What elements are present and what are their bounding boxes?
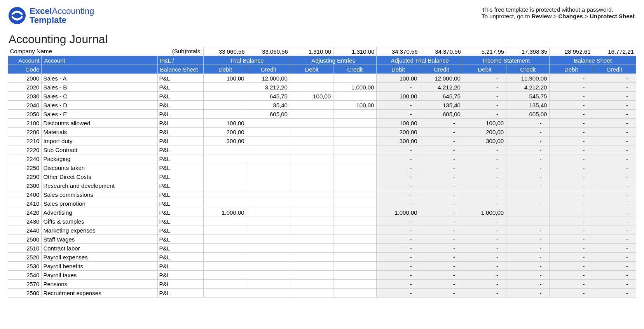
cell[interactable]: - (550, 154, 593, 163)
cell[interactable]: - (420, 253, 463, 262)
cell[interactable]: Sales - D (42, 101, 157, 110)
cell[interactable]: 3.212,20 (247, 83, 290, 92)
cell[interactable]: - (506, 136, 550, 145)
cell[interactable]: - (593, 154, 636, 163)
cell[interactable]: - (463, 101, 506, 110)
cell[interactable]: - (550, 136, 593, 145)
cell[interactable]: - (506, 226, 550, 235)
cell[interactable] (290, 145, 333, 154)
cell[interactable]: - (463, 145, 506, 154)
cell[interactable] (333, 199, 377, 208)
cell[interactable]: 2540 (8, 271, 42, 280)
cell[interactable] (290, 128, 333, 136)
cell[interactable]: - (506, 145, 550, 154)
cell[interactable] (333, 163, 377, 172)
cell[interactable]: - (377, 145, 420, 154)
cell[interactable]: - (593, 226, 636, 235)
cell[interactable]: - (506, 190, 550, 199)
cell[interactable] (290, 244, 333, 253)
cell[interactable] (204, 163, 247, 172)
cell[interactable]: Materials (42, 128, 157, 136)
cell[interactable]: - (593, 181, 636, 190)
cell[interactable] (290, 136, 333, 145)
cell[interactable]: P&L (157, 92, 204, 101)
cell[interactable]: 645,75 (420, 92, 463, 101)
cell[interactable]: 1.000,00 (377, 208, 420, 217)
cell[interactable]: P&L (157, 262, 204, 271)
cell[interactable]: - (377, 289, 420, 298)
cell[interactable] (290, 208, 333, 217)
cell[interactable]: - (550, 110, 593, 119)
cell[interactable]: - (550, 289, 593, 298)
cell[interactable]: 2220 (8, 145, 42, 154)
cell[interactable]: Recruitment expenses (42, 289, 157, 298)
cell[interactable]: P&L (157, 181, 204, 190)
cell[interactable]: - (377, 253, 420, 262)
cell[interactable]: 100,00 (333, 101, 377, 110)
cell[interactable]: - (550, 145, 593, 154)
cell[interactable]: - (420, 163, 463, 172)
cell[interactable]: 2400 (8, 190, 42, 199)
cell[interactable] (204, 190, 247, 199)
cell[interactable]: - (463, 172, 506, 181)
cell[interactable]: - (506, 262, 550, 271)
cell[interactable]: 100,00 (377, 119, 420, 128)
cell[interactable]: 2510 (8, 244, 42, 253)
cell[interactable]: - (420, 136, 463, 145)
cell[interactable]: - (420, 244, 463, 253)
cell[interactable] (204, 92, 247, 101)
cell[interactable] (247, 199, 290, 208)
cell[interactable]: - (420, 208, 463, 217)
cell[interactable]: - (420, 262, 463, 271)
cell[interactable]: Import duty (42, 136, 157, 145)
cell[interactable]: 2410 (8, 199, 42, 208)
cell[interactable]: Payroll benefits (42, 262, 157, 271)
cell[interactable]: Advertising (42, 208, 157, 217)
cell[interactable] (290, 235, 333, 244)
cell[interactable] (247, 226, 290, 235)
cell[interactable]: - (463, 253, 506, 262)
cell[interactable] (290, 217, 333, 226)
cell[interactable]: Sub Contract (42, 145, 157, 154)
cell[interactable]: - (420, 199, 463, 208)
cell[interactable]: - (593, 289, 636, 298)
cell[interactable] (247, 235, 290, 244)
cell[interactable] (290, 199, 333, 208)
cell[interactable]: - (593, 83, 636, 92)
cell[interactable] (290, 172, 333, 181)
cell[interactable] (333, 235, 377, 244)
cell[interactable]: 1.000,00 (333, 83, 377, 92)
cell[interactable]: P&L (157, 145, 204, 154)
cell[interactable]: - (463, 190, 506, 199)
cell[interactable] (333, 253, 377, 262)
cell[interactable]: 2200 (8, 128, 42, 136)
cell[interactable] (247, 217, 290, 226)
cell[interactable]: - (593, 208, 636, 217)
cell[interactable]: - (593, 271, 636, 280)
cell[interactable]: Gifts & samples (42, 217, 157, 226)
cell[interactable]: P&L (157, 190, 204, 199)
cell[interactable]: - (377, 163, 420, 172)
cell[interactable]: - (593, 136, 636, 145)
cell[interactable]: P&L (157, 199, 204, 208)
cell[interactable] (333, 181, 377, 190)
cell[interactable] (204, 262, 247, 271)
cell[interactable]: - (550, 217, 593, 226)
cell[interactable] (333, 172, 377, 181)
cell[interactable] (290, 181, 333, 190)
cell[interactable] (247, 136, 290, 145)
cell[interactable]: - (463, 289, 506, 298)
cell[interactable]: 100,00 (204, 119, 247, 128)
cell[interactable]: P&L (157, 235, 204, 244)
cell[interactable] (204, 253, 247, 262)
cell[interactable]: - (506, 208, 550, 217)
cell[interactable]: Staff Wages (42, 235, 157, 244)
cell[interactable]: - (550, 280, 593, 289)
cell[interactable] (247, 154, 290, 163)
cell[interactable]: 605,00 (420, 110, 463, 119)
cell[interactable]: Discounts allowed (42, 119, 157, 128)
cell[interactable]: - (420, 289, 463, 298)
cell[interactable]: - (420, 154, 463, 163)
cell[interactable]: - (377, 110, 420, 119)
cell[interactable]: 300,00 (377, 136, 420, 145)
